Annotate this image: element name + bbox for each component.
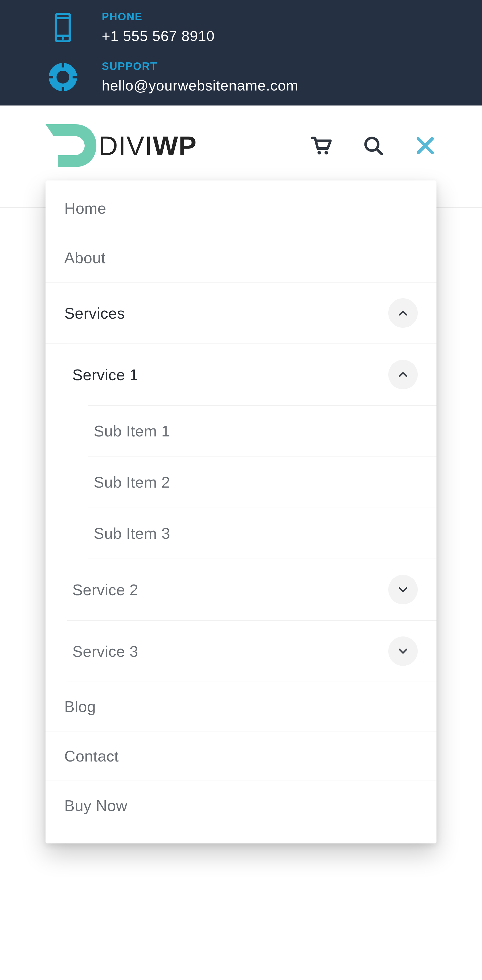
svg-rect-5 [62, 61, 64, 67]
nav-item-label: Service 2 [72, 581, 138, 599]
cart-icon[interactable] [310, 134, 332, 157]
nav-item-service-2[interactable]: Service 2 [67, 559, 436, 620]
nav-item-service-1[interactable]: Service 1 [67, 344, 436, 406]
nav-item-about[interactable]: About [46, 233, 436, 283]
support-email[interactable]: hello@yourwebsitename.com [102, 77, 298, 94]
phone-number[interactable]: +1 555 567 8910 [102, 27, 215, 44]
nav-item-label: About [64, 249, 105, 267]
lifebuoy-icon [46, 61, 80, 93]
nav-item-label: Buy Now [64, 797, 127, 815]
chevron-down-icon [397, 584, 409, 595]
nav-item-label: Sub Item 3 [94, 524, 170, 542]
services-submenu: Service 1 Sub Item 1 Sub Item 2 [46, 344, 436, 682]
chevron-up-icon [397, 369, 409, 380]
nav-item-label: Contact [64, 747, 119, 765]
nav-item-buy-now[interactable]: Buy Now [46, 781, 436, 830]
nav-item-sub-3[interactable]: Sub Item 3 [88, 508, 436, 559]
chevron-up-icon [397, 307, 409, 319]
phone-label: PHONE [102, 11, 215, 23]
svg-point-10 [325, 151, 328, 154]
logo-text-thin: DIVI [99, 130, 153, 161]
collapse-toggle[interactable] [388, 360, 418, 389]
nav-item-label: Blog [64, 697, 96, 716]
mobile-nav-menu: Home About Services Service 1 [46, 180, 436, 843]
logo-mark-icon [46, 124, 96, 167]
topbar-phone-row: PHONE +1 555 567 8910 [0, 11, 482, 44]
nav-item-services[interactable]: Services [46, 283, 436, 344]
nav-item-label: Sub Item 2 [94, 473, 170, 491]
svg-point-2 [62, 37, 64, 40]
logo-text: DIVIWP [99, 132, 197, 159]
site-logo[interactable]: DIVIWP [46, 124, 197, 167]
chevron-down-icon [397, 645, 409, 657]
service-1-submenu: Sub Item 1 Sub Item 2 Sub Item 3 [67, 406, 436, 559]
svg-rect-7 [47, 76, 53, 78]
search-icon[interactable] [362, 134, 385, 157]
expand-toggle[interactable] [388, 575, 418, 605]
nav-item-service-3[interactable]: Service 3 [67, 620, 436, 682]
nav-item-label: Service 1 [72, 366, 138, 384]
nav-item-home[interactable]: Home [46, 180, 436, 233]
header: DIVIWP [0, 105, 482, 208]
svg-point-4 [57, 71, 69, 84]
nav-item-blog[interactable]: Blog [46, 682, 436, 732]
topbar-support-row: SUPPORT hello@yourwebsitename.com [0, 60, 482, 94]
nav-item-sub-2[interactable]: Sub Item 2 [88, 457, 436, 508]
topbar: PHONE +1 555 567 8910 SUPPORT hello@your… [0, 0, 482, 105]
nav-item-sub-1[interactable]: Sub Item 1 [88, 406, 436, 457]
collapse-toggle[interactable] [388, 298, 418, 328]
svg-rect-1 [56, 18, 70, 36]
nav-item-label: Home [64, 199, 106, 217]
nav-item-label: Sub Item 1 [94, 422, 170, 440]
svg-rect-6 [62, 87, 64, 93]
close-menu-icon[interactable] [414, 134, 436, 157]
nav-item-contact[interactable]: Contact [46, 732, 436, 781]
support-label: SUPPORT [102, 60, 298, 72]
svg-rect-8 [73, 76, 79, 78]
expand-toggle[interactable] [388, 636, 418, 666]
svg-line-12 [377, 149, 382, 154]
logo-text-bold: WP [153, 130, 197, 161]
nav-item-label: Services [64, 304, 125, 322]
phone-icon [46, 13, 80, 42]
svg-point-9 [318, 151, 321, 154]
nav-item-label: Service 3 [72, 642, 138, 660]
